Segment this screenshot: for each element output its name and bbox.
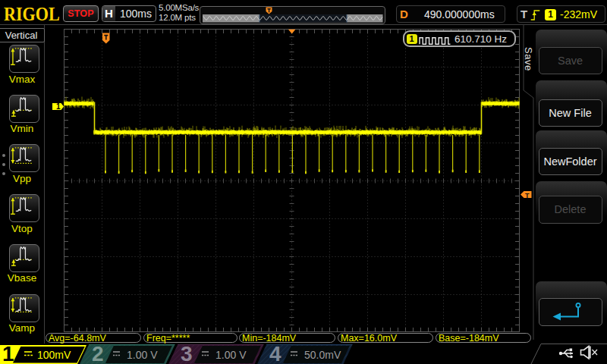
svg-text:T: T bbox=[525, 192, 530, 199]
svg-text:1: 1 bbox=[56, 102, 61, 111]
